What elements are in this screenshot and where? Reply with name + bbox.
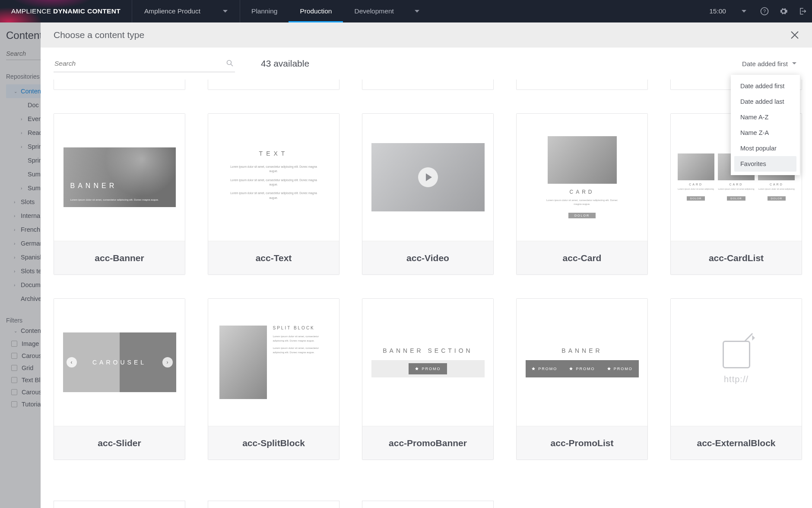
content-type-card[interactable]: BANNER PROMO PROMO PROMO acc-PromoList <box>516 298 648 460</box>
modal-controls: 43 available Date added first Date added… <box>41 48 812 80</box>
top-tabs: Planning Production Development <box>240 0 431 22</box>
card-title: acc-PromoList <box>517 426 647 460</box>
card-grid-viewport[interactable]: BANNER Lorem ipsum dolor sit amet, conse… <box>41 80 812 508</box>
modal-search <box>54 55 235 72</box>
sort-option[interactable]: Date added last <box>734 94 796 109</box>
product-dropdown[interactable]: Amplience Product <box>132 0 240 22</box>
clock-value: 15:00 <box>709 7 726 15</box>
help-icon[interactable]: ? <box>755 0 774 22</box>
gear-icon[interactable] <box>774 0 793 22</box>
card-preview: TEXT Lorem ipsum dolor sit amet, consect… <box>208 114 339 241</box>
available-count: 43 available <box>261 58 309 69</box>
brand-text-1: AMPLIENCE <box>11 7 51 15</box>
svg-text:?: ? <box>763 9 766 14</box>
content-type-card[interactable]: SPLIT BLOCK Lorem ipsum dolor sit amet, … <box>208 298 339 460</box>
card-title: acc-Card <box>517 241 647 275</box>
choose-content-type-modal: Choose a content type 43 available Date … <box>41 22 812 508</box>
sort-option[interactable]: Name A-Z <box>734 109 796 125</box>
modal-search-input[interactable] <box>54 55 235 72</box>
chevron-down-icon <box>792 62 796 65</box>
sort-option[interactable]: Date added first <box>734 78 796 94</box>
card-preview: CAROUSEL ‹ › <box>54 299 185 426</box>
chevron-down-icon <box>742 10 746 13</box>
sort-label: Date added first <box>742 60 788 67</box>
tab-production[interactable]: Production <box>289 0 343 22</box>
tab-development[interactable]: Development <box>343 0 430 22</box>
card-title: acc-Video <box>362 241 493 275</box>
next-row-peek <box>54 501 799 508</box>
sort-dropdown[interactable]: Date added first Date added first Date a… <box>742 60 799 67</box>
content-type-card[interactable]: BANNER SECTION PROMO acc-PromoBanner <box>362 298 494 460</box>
card-preview: http:// <box>671 299 802 426</box>
sort-menu: Date added first Date added last Name A-… <box>731 75 800 175</box>
svg-line-3 <box>231 64 233 66</box>
sort-option[interactable]: Name Z-A <box>734 125 796 141</box>
external-link-icon <box>723 341 750 368</box>
chevron-down-icon <box>415 10 419 13</box>
tab-planning[interactable]: Planning <box>240 0 289 22</box>
content-type-card[interactable]: TEXT Lorem ipsum dolor sit amet, consect… <box>208 113 339 275</box>
product-label: Amplience Product <box>144 7 200 15</box>
close-icon[interactable] <box>790 31 799 39</box>
content-type-card[interactable]: http:// acc-ExternalBlock <box>670 298 802 460</box>
search-icon <box>226 60 233 67</box>
brand-text-2: DYNAMIC CONTENT <box>53 7 121 15</box>
card-preview: BANNER SECTION PROMO <box>362 299 493 426</box>
clock-dropdown[interactable]: 15:00 <box>709 7 755 15</box>
card-grid: BANNER Lorem ipsum dolor sit amet, conse… <box>54 113 799 477</box>
sort-option[interactable]: Most popular <box>734 141 796 156</box>
sort-option[interactable]: Favorites <box>734 156 796 172</box>
card-title: acc-Banner <box>54 241 185 275</box>
card-preview <box>362 114 493 241</box>
chevron-right-icon: › <box>162 357 173 367</box>
card-preview: SPLIT BLOCK Lorem ipsum dolor sit amet, … <box>208 299 339 426</box>
card-preview: BANNER Lorem ipsum dolor sit amet, conse… <box>54 114 185 241</box>
card-title: acc-Slider <box>54 426 185 460</box>
card-title: acc-ExternalBlock <box>671 426 802 460</box>
svg-point-2 <box>227 60 232 64</box>
prev-row-peek <box>54 80 799 90</box>
card-title: acc-Text <box>208 241 339 275</box>
card-preview: CARD Lorem ipsum dolor sit amet, consect… <box>517 114 647 241</box>
modal-header: Choose a content type <box>41 22 812 48</box>
topbar-right: 15:00 ? <box>709 0 812 22</box>
logout-icon[interactable] <box>793 0 812 22</box>
card-title: acc-CardList <box>671 241 802 275</box>
chevron-left-icon: ‹ <box>67 357 77 367</box>
brand: AMPLIENCE DYNAMIC CONTENT <box>0 0 132 22</box>
modal-title: Choose a content type <box>54 30 144 40</box>
top-bar: AMPLIENCE DYNAMIC CONTENT Amplience Prod… <box>0 0 812 22</box>
card-title: acc-SplitBlock <box>208 426 339 460</box>
card-preview: BANNER PROMO PROMO PROMO <box>517 299 647 426</box>
chevron-down-icon <box>223 10 228 13</box>
content-type-card[interactable]: BANNER Lorem ipsum dolor sit amet, conse… <box>54 113 185 275</box>
content-type-card[interactable]: CARD Lorem ipsum dolor sit amet, consect… <box>516 113 648 275</box>
play-icon <box>418 167 438 187</box>
content-type-card[interactable]: acc-Video <box>362 113 494 275</box>
card-title: acc-PromoBanner <box>362 426 493 460</box>
content-type-card[interactable]: CAROUSEL ‹ › acc-Slider <box>54 298 185 460</box>
